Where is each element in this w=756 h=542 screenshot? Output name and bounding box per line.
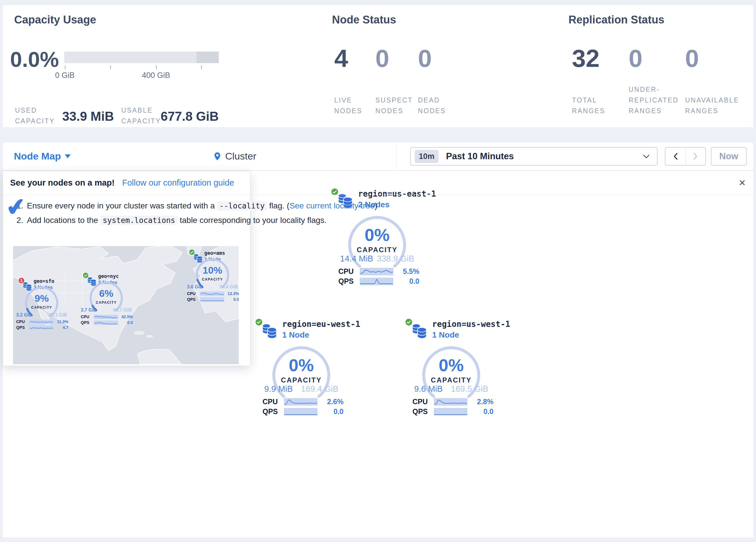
capacity-total-value: 169.4 GiB xyxy=(301,384,338,394)
capacity-axis-tick xyxy=(110,65,111,69)
view-selector-dropdown[interactable]: Node Map xyxy=(14,142,71,170)
cpu-value: 5.5% xyxy=(397,267,419,276)
capacity-gauge-label: CAPACITY xyxy=(252,376,351,384)
used-capacity-value: 33.9 MiB xyxy=(62,109,114,124)
cpu-label: CPU xyxy=(81,315,92,319)
cpu-value: 2.6% xyxy=(321,398,344,406)
configuration-guide-link[interactable]: Follow our configuration guide xyxy=(122,178,234,187)
capacity-gauge xyxy=(271,345,332,406)
nodes-count-link[interactable]: 1 Node xyxy=(432,330,459,340)
map-node-nyc: geo=nyc 2 Nodes 6% CAPACITY 3.7 GiB 65.7… xyxy=(78,270,134,328)
capacity-used-value: 3.7 GiB xyxy=(81,308,97,313)
capacity-percent: 0% xyxy=(252,355,351,375)
capacity-total-value: 65.7 GiB xyxy=(113,308,132,313)
locality-tree-link[interactable]: See current locality tree xyxy=(289,201,375,210)
close-icon[interactable]: ✕ xyxy=(739,178,746,188)
time-next-button[interactable] xyxy=(685,148,705,165)
cluster-overview-page: Capacity Usage 0.0% 0 GiB 400 GiB USED C… xyxy=(0,0,756,542)
cpu-value: 2.8% xyxy=(471,398,493,406)
qps-value: 0.0 xyxy=(397,277,419,286)
qps-label: QPS xyxy=(81,320,92,325)
locality-label: geo=sfo xyxy=(34,278,54,284)
capacity-total-value: 35.1 GiB xyxy=(49,313,67,318)
qps-value: 0.0 xyxy=(120,320,133,325)
total-ranges-count: 32 xyxy=(572,44,600,73)
instruction-step-2: 2. Add locations to the system.locations… xyxy=(16,214,745,227)
caret-down-icon xyxy=(65,154,71,158)
chevron-right-icon xyxy=(693,153,698,160)
locality-label: geo=nyc xyxy=(98,273,119,279)
qps-sparkline xyxy=(94,321,118,325)
capacity-used-value: 14.4 MiB xyxy=(340,254,373,263)
under-replicated-ranges-label: UNDER-REPLICATED RANGES xyxy=(629,84,688,116)
under-replicated-ranges-count: 0 xyxy=(629,44,643,73)
time-range-badge: 10m xyxy=(415,150,438,163)
capacity-percent: 6% xyxy=(78,288,134,299)
time-prev-button[interactable] xyxy=(665,148,685,165)
cpu-sparkline xyxy=(200,292,224,296)
summary-panel: Capacity Usage 0.0% 0 GiB 400 GiB USED C… xyxy=(2,5,754,128)
database-nodes-icon xyxy=(261,322,279,340)
capacity-axis-tick xyxy=(65,65,65,69)
nodes-count-link[interactable]: 1 Node xyxy=(282,330,309,340)
cpu-sparkline xyxy=(284,398,318,406)
time-nav-group xyxy=(665,147,706,166)
live-nodes-label: LIVE NODES xyxy=(334,95,367,116)
region-locality-label: region=us-west-1 xyxy=(432,319,510,329)
qps-label: QPS xyxy=(187,297,198,302)
node-map-config-popup: See your nodes on a map! Follow our conf… xyxy=(3,171,250,366)
capacity-used-value: 9.6 MiB xyxy=(414,384,443,394)
cpu-sparkline xyxy=(434,398,467,406)
capacity-usage-bar-tail xyxy=(197,52,219,63)
region-card-us-west-1: region=us-west-1 1 Node 0% CAPACITY 9.6 … xyxy=(402,318,500,420)
cpu-label: CPU xyxy=(338,267,356,276)
popup-header: See your nodes on a map! Follow our conf… xyxy=(3,171,753,194)
chevron-left-icon xyxy=(674,153,678,160)
cpu-value: 11.0% xyxy=(56,319,68,324)
qps-sparkline xyxy=(200,297,224,302)
popup-instructions: 1. Ensure every node in your cluster was… xyxy=(16,199,745,228)
usable-capacity-value: 677.8 GiB xyxy=(161,109,219,124)
popup-divider xyxy=(3,194,753,195)
database-nodes-icon xyxy=(411,322,429,340)
capacity-usage-bar xyxy=(64,52,219,63)
qps-label: QPS xyxy=(263,407,280,416)
capacity-used-value: 3.2 GiB xyxy=(16,313,32,318)
capacity-gauge-label: CAPACITY xyxy=(78,301,134,305)
map-node-ams: geo=ams 1 Node 10% CAPACITY 3.6 GiB 34.4… xyxy=(185,247,239,305)
cpu-label: CPU xyxy=(16,319,27,324)
live-nodes-count: 4 xyxy=(334,44,348,73)
capacity-axis-label-400: 400 GiB xyxy=(133,71,179,80)
capacity-gauge xyxy=(421,345,482,406)
used-capacity-label: USED CAPACITY xyxy=(15,105,61,126)
qps-sparkline xyxy=(29,326,54,330)
unavailable-ranges-label: UNAVAILABLE RANGES xyxy=(685,95,752,116)
cpu-label: CPU xyxy=(263,398,280,406)
locality-label: geo=ams xyxy=(204,250,225,256)
capacity-percent: 9% xyxy=(14,293,69,304)
cpu-value: 42.5% xyxy=(120,315,133,319)
breadcrumb[interactable]: Cluster xyxy=(213,142,256,170)
suspect-nodes-count: 0 xyxy=(375,44,389,73)
time-range-label: Past 10 Minutes xyxy=(446,151,514,161)
capacity-gauge-label: CAPACITY xyxy=(14,306,69,310)
step-text: Ensure every node in your cluster was st… xyxy=(27,199,377,212)
time-range-select[interactable]: 10m Past 10 Minutes xyxy=(410,147,658,166)
qps-sparkline xyxy=(434,408,467,416)
popup-title: See your nodes on a map! xyxy=(10,178,115,187)
qps-value: 4.7 xyxy=(56,325,68,330)
capacity-axis-tick xyxy=(156,65,157,69)
now-button[interactable]: Now xyxy=(711,147,747,166)
cpu-label: CPU xyxy=(187,291,198,296)
blue-check-icon: ✔ xyxy=(5,194,27,220)
capacity-axis-label-0: 0 GiB xyxy=(42,71,88,80)
capacity-total-value: 34.4 GiB xyxy=(219,284,238,290)
cpu-sparkline xyxy=(360,268,393,276)
locality-flag-code: --locality xyxy=(217,201,267,210)
capacity-usage-percent: 0.0% xyxy=(10,47,59,72)
qps-sparkline xyxy=(284,408,318,416)
system-locations-code: system.locations xyxy=(100,216,177,225)
replication-status-title: Replication Status xyxy=(568,14,665,26)
capacity-gauge-label: CAPACITY xyxy=(185,278,239,282)
cpu-label: CPU xyxy=(412,398,430,406)
